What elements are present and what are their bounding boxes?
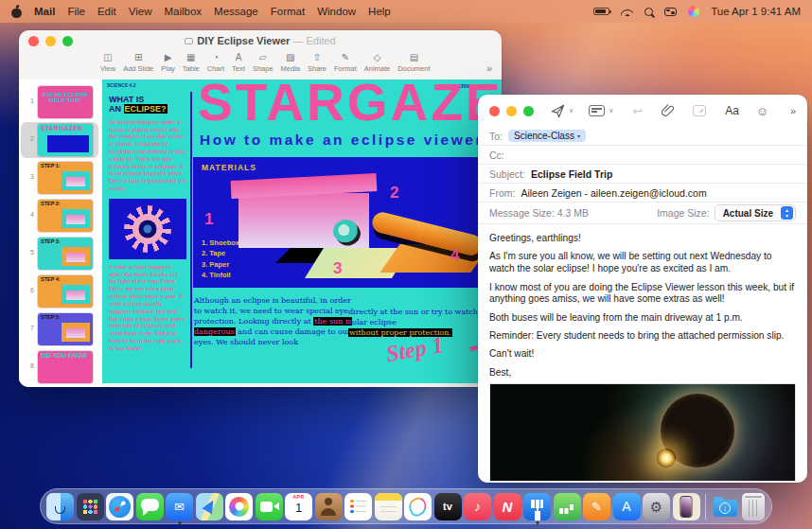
dock-messages[interactable] bbox=[136, 493, 164, 520]
dock-system-settings[interactable]: ⚙ bbox=[643, 493, 670, 520]
slide-thumbnail[interactable]: STARGAZER bbox=[38, 124, 93, 156]
minimize-button[interactable] bbox=[506, 106, 517, 116]
slide-canvas[interactable]: SCIENCE 4.2 EXPERIMENT #11 WHAT IS AN EC… bbox=[102, 79, 502, 383]
slide-thumbnail[interactable]: STEP 3: bbox=[38, 238, 93, 270]
keynote-toolbar-button[interactable]: ▨ Media bbox=[281, 52, 300, 73]
keynote-toolbar-button[interactable]: A Text bbox=[232, 52, 245, 73]
dock-maps[interactable] bbox=[196, 493, 223, 520]
cc-field[interactable]: Cc: bbox=[478, 146, 807, 165]
slide-thumbnail[interactable]: DID YOU KNOW bbox=[38, 351, 93, 383]
dock-keynote[interactable] bbox=[523, 493, 551, 520]
send-button[interactable] bbox=[551, 104, 565, 118]
slide-thumbnail[interactable]: STEP 1: bbox=[38, 162, 93, 194]
toolbar-button-label: Animate bbox=[364, 64, 391, 73]
wifi-icon[interactable] bbox=[621, 7, 633, 16]
menu-item[interactable]: Window bbox=[317, 6, 356, 17]
slide-thumbnail[interactable]: STEP 4: bbox=[38, 275, 93, 308]
send-options-caret-icon[interactable]: ∨ bbox=[569, 107, 574, 115]
toolbar-overflow-icon[interactable]: » bbox=[790, 105, 796, 116]
dock-finder[interactable] bbox=[46, 493, 74, 520]
dock-app-store[interactable]: A bbox=[613, 493, 641, 520]
slide-thumbnail[interactable]: STEP 2: bbox=[38, 200, 93, 232]
attach-button[interactable] bbox=[662, 104, 674, 117]
slide-thumbnail-row[interactable]: 4 STEP 2: bbox=[21, 198, 98, 234]
spotlight-search-icon[interactable] bbox=[644, 8, 653, 16]
keynote-toolbar-button[interactable]: ◫ View bbox=[100, 52, 115, 73]
siri-icon[interactable] bbox=[688, 6, 699, 17]
toolbar-overflow-icon[interactable]: » bbox=[486, 57, 492, 74]
menu-item[interactable]: Edit bbox=[97, 6, 116, 17]
slide-thumbnail[interactable]: SOLAR ECLIPSE FIELD TRIP! bbox=[38, 86, 93, 118]
close-button[interactable] bbox=[489, 106, 500, 116]
image-size-select[interactable]: Actual Size ▲▼ bbox=[715, 204, 796, 221]
dock-mail[interactable]: ✉ bbox=[166, 493, 193, 520]
menu-item[interactable]: View bbox=[129, 6, 152, 17]
slide-thumbnail-row[interactable]: 1 SOLAR ECLIPSE FIELD TRIP! bbox=[21, 84, 98, 120]
keynote-toolbar-button[interactable]: ▱ Shape bbox=[253, 52, 274, 73]
keynote-toolbar-button[interactable]: ▶ Play bbox=[161, 52, 175, 73]
menu-item[interactable]: Mailbox bbox=[164, 6, 202, 17]
format-button[interactable]: Aa bbox=[725, 104, 739, 117]
dock-music[interactable]: ♪ bbox=[464, 493, 491, 520]
message-body[interactable]: Greetings, earthlings!As I'm sure you al… bbox=[478, 224, 807, 379]
keynote-titlebar[interactable]: DIY Eclipse Viewer — Edited bbox=[19, 30, 502, 51]
to-field[interactable]: To: Science-Class▾ bbox=[478, 127, 807, 146]
dock-notes[interactable] bbox=[375, 493, 402, 520]
dock-reminders[interactable] bbox=[344, 493, 372, 520]
slide-thumbnail-row[interactable]: 5 STEP 3: bbox=[21, 236, 98, 272]
dock-safari[interactable] bbox=[106, 493, 133, 520]
keynote-toolbar-button[interactable]: ▤ Document bbox=[397, 52, 430, 73]
mail-toolbar[interactable]: ∨ ∨ ↩ Aa ☺ » bbox=[478, 95, 807, 127]
eclipse-paragraph-2: A solar eclipse happens when the moon bl… bbox=[109, 264, 186, 353]
menu-item[interactable]: Format bbox=[271, 6, 305, 17]
dock-photos[interactable] bbox=[225, 493, 253, 520]
eclipse-photo-attachment[interactable] bbox=[489, 383, 796, 482]
dock-freeform[interactable] bbox=[404, 493, 432, 520]
subject-field[interactable]: Subject: Eclipse Field Trip bbox=[478, 165, 807, 184]
menu-item[interactable]: File bbox=[67, 6, 85, 17]
keynote-toolbar-button[interactable]: ✎ Format bbox=[334, 52, 357, 73]
menu-item[interactable]: Mail bbox=[34, 6, 55, 17]
slide-thumbnail-row[interactable]: 3 STEP 1: bbox=[21, 160, 98, 196]
dock-calendar[interactable]: APR 1 bbox=[285, 493, 312, 520]
keynote-toolbar-button[interactable]: ⊞ Add Slide bbox=[123, 52, 153, 73]
dock-news[interactable]: N bbox=[494, 493, 521, 520]
menu-bar-clock[interactable]: Tue Apr 1 9:41 AM bbox=[711, 6, 801, 17]
keynote-toolbar-button[interactable]: ◔ Chart bbox=[207, 52, 224, 73]
recipient-token[interactable]: Science-Class▾ bbox=[508, 130, 586, 142]
keynote-toolbar-button[interactable]: ◇ Animate bbox=[364, 52, 391, 73]
dock-divider[interactable] bbox=[705, 494, 706, 520]
emoji-button[interactable]: ☺ bbox=[756, 104, 768, 118]
slide-thumbnail[interactable]: STEP 5: bbox=[38, 313, 93, 345]
dock-facetime[interactable] bbox=[256, 493, 283, 520]
header-fields-caret-icon[interactable]: ∨ bbox=[609, 107, 613, 115]
slide-thumbnail-row[interactable]: 8 DID YOU KNOW bbox=[21, 349, 98, 385]
dock-trash[interactable] bbox=[742, 493, 765, 520]
apple-menu-icon[interactable] bbox=[11, 6, 22, 18]
dock-contacts[interactable] bbox=[315, 493, 343, 520]
reply-button[interactable]: ↩ bbox=[632, 104, 643, 118]
menu-item[interactable]: Help bbox=[368, 6, 391, 17]
header-fields-button[interactable] bbox=[589, 105, 605, 116]
dock-pages[interactable]: ✎ bbox=[583, 493, 610, 520]
keynote-toolbar-button[interactable]: ▦ Table bbox=[183, 52, 200, 73]
dock-iphone-mirroring[interactable] bbox=[673, 493, 700, 520]
slide-thumbnail-row[interactable]: 7 STEP 5: bbox=[21, 311, 98, 347]
slide-title: STARGAZER bbox=[198, 79, 502, 132]
dock-launchpad[interactable] bbox=[77, 493, 104, 520]
keynote-toolbar-button[interactable]: ⇧ Share bbox=[308, 52, 327, 73]
markup-button[interactable] bbox=[693, 105, 706, 116]
slide-divider-line bbox=[190, 92, 192, 368]
slide-thumbnail-row[interactable]: 6 STEP 4: bbox=[21, 273, 98, 309]
slide-thumbnail-row[interactable]: 2 STARGAZER bbox=[21, 122, 98, 158]
keynote-window: DIY Eclipse Viewer — Edited ◫ View ⊞ Add… bbox=[19, 30, 502, 387]
from-field[interactable]: From: Aileen Zeigen - aileen.zeigen@iclo… bbox=[478, 184, 807, 203]
control-center-icon[interactable] bbox=[664, 8, 677, 16]
dock-downloads[interactable]: ↓ bbox=[712, 493, 739, 520]
dock-numbers[interactable] bbox=[554, 493, 581, 520]
materials-list-item: 1. Shoebox bbox=[202, 238, 239, 249]
zoom-button[interactable] bbox=[523, 106, 534, 116]
dock-tv[interactable]: tv bbox=[434, 493, 462, 520]
menu-item[interactable]: Message bbox=[214, 6, 258, 17]
battery-icon[interactable] bbox=[593, 8, 609, 15]
